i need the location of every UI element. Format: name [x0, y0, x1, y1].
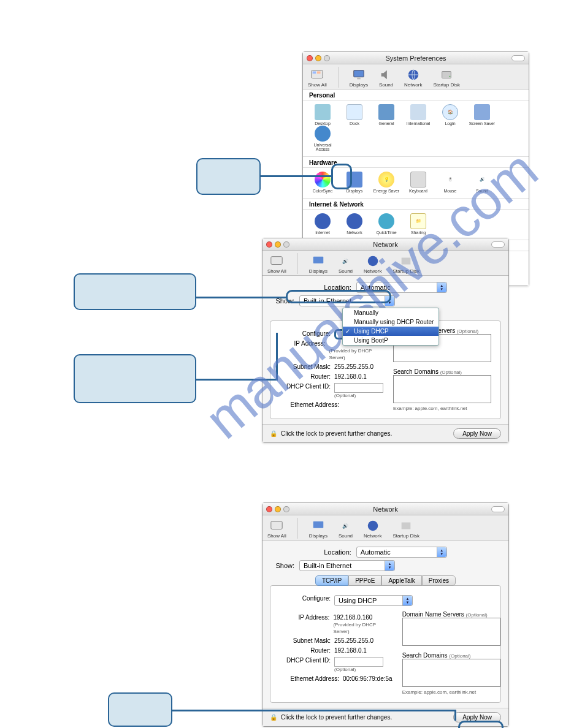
tool-startup-disk[interactable]: Startup Disk [393, 519, 419, 539]
location-select[interactable]: Automatic▲▼ [356, 547, 447, 558]
menu-opt-manually[interactable]: Manually [343, 308, 439, 317]
lock-row[interactable]: 🔒 Click the lock to prevent further chan… [270, 430, 392, 437]
callout-4-line-v [454, 710, 456, 721]
menu-opt-bootp[interactable]: Using BootP [343, 336, 439, 345]
pref-keyboard[interactable]: Keyboard [402, 172, 434, 193]
tool-label: Startup Disk [433, 82, 460, 88]
pref-sound-h[interactable]: 🔊Sound [466, 172, 498, 193]
pref-label: Internet [315, 230, 330, 235]
pref-international[interactable]: International [402, 104, 434, 126]
titlebar: Network [262, 238, 508, 251]
tab-tcpip[interactable]: TCP/IP [315, 575, 348, 586]
lock-row[interactable]: 🔒 Click the lock to prevent further chan… [270, 714, 392, 721]
tool-displays[interactable]: Displays [350, 68, 368, 88]
pref-screen-saver[interactable]: Screen Saver [466, 104, 498, 126]
apply-now-button[interactable]: Apply Now [453, 428, 501, 439]
tool-network[interactable]: Network [404, 68, 422, 88]
pref-label: ColorSync [313, 189, 332, 193]
pref-label: Universal Access [313, 143, 331, 151]
subnet-value: 255.255.255.0 [334, 363, 373, 370]
dns-input[interactable] [402, 618, 500, 646]
tool-network[interactable]: Network [364, 519, 381, 539]
chevron-updown-icon: ▲▼ [437, 547, 446, 557]
pref-dock[interactable]: Dock [339, 104, 370, 126]
optional-label: (Optional) [466, 612, 488, 618]
tab-pppoe[interactable]: PPPoE [348, 575, 381, 586]
callout-4-line [172, 710, 454, 711]
tool-network[interactable]: Network [364, 254, 381, 274]
pref-label: Energy Saver [373, 189, 399, 193]
pref-network[interactable]: Network [339, 213, 370, 235]
tool-label: Startup Disk [393, 533, 419, 539]
pref-login[interactable]: 🏠Login [434, 104, 466, 126]
titlebar: Network [262, 503, 508, 515]
search-domains-input[interactable] [402, 659, 500, 687]
select-value: Using DHCP [339, 597, 377, 604]
svg-rect-9 [313, 257, 324, 264]
search-domains-input[interactable] [393, 375, 491, 403]
pref-sharing[interactable]: 📁Sharing [402, 213, 434, 235]
pref-label: Sharing [411, 230, 426, 235]
svg-point-7 [450, 76, 451, 77]
toolbar-pill-icon[interactable] [491, 506, 505, 512]
tab-proxies[interactable]: Proxies [422, 575, 456, 586]
tab-appletalk[interactable]: AppleTalk [381, 575, 421, 586]
pref-label: QuickTime [376, 230, 396, 235]
footer: 🔒 Click the lock to prevent further chan… [262, 424, 508, 442]
svg-rect-2 [317, 72, 321, 74]
lock-icon: 🔒 [270, 430, 277, 437]
callout-2 [74, 273, 196, 310]
pref-label: Login [445, 121, 455, 126]
pref-mouse[interactable]: 🖱️Mouse [434, 172, 466, 193]
tool-displays[interactable]: Displays [309, 519, 327, 539]
toolbar-pill-icon[interactable] [511, 55, 525, 61]
callout-4 [108, 692, 172, 727]
tool-displays[interactable]: Displays [309, 254, 327, 274]
dhcp-client-id-input[interactable] [334, 383, 383, 393]
optional-label: (Optional) [449, 653, 470, 659]
configure-select[interactable]: Using DHCP▲▼ [334, 595, 413, 606]
separator [338, 67, 339, 88]
tool-sound[interactable]: 🔊Sound [339, 519, 353, 539]
tool-startup-disk[interactable]: Startup Disk [433, 68, 460, 88]
pref-general[interactable]: General [370, 104, 402, 126]
example-text: Example: apple.com, earthlink.net [402, 689, 500, 695]
pref-label: Mouse [443, 189, 456, 193]
pref-desktop[interactable]: Desktop [307, 104, 339, 126]
router-value: 192.168.0.1 [334, 373, 367, 380]
tool-show-all[interactable]: Show All [267, 519, 286, 539]
tool-show-all[interactable]: Show All [267, 254, 286, 274]
chevron-updown-icon: ▲▼ [385, 561, 394, 571]
tool-startup-disk[interactable]: Startup Disk [393, 254, 419, 274]
titlebar: System Preferences [303, 52, 529, 64]
chevron-updown-icon: ▲▼ [402, 596, 412, 605]
network-body: Location: Automatic▲▼ Show: Built-in Eth… [262, 540, 508, 708]
pref-energy-saver[interactable]: 💡Energy Saver [370, 172, 402, 193]
pref-universal-access[interactable]: Universal Access [307, 126, 339, 151]
toolbar-pill-icon[interactable] [491, 241, 505, 248]
highlight-network-icon [331, 164, 352, 189]
router-value: 192.168.0.1 [334, 647, 367, 654]
menu-opt-manual-dhcp[interactable]: Manually using DHCP Router [343, 317, 439, 327]
tool-sound[interactable]: Sound [379, 68, 393, 88]
menu-opt-using-dhcp[interactable]: Using DHCP [343, 327, 439, 336]
section-internet: Internet & Network [303, 199, 529, 210]
tool-label: Sound [339, 533, 353, 539]
toolbar: Show All Displays 🔊Sound Network Startup… [262, 515, 508, 540]
tool-show-all[interactable]: Show All [308, 68, 327, 88]
grid-personal: Desktop Dock General International 🏠Logi… [303, 100, 529, 157]
pref-internet[interactable]: Internet [307, 213, 339, 235]
tool-label: Network [364, 268, 381, 274]
dhcp-client-id-input[interactable] [334, 657, 383, 667]
pref-quicktime[interactable]: QuickTime [370, 213, 402, 235]
show-select[interactable]: Built-in Ethernet▲▼ [299, 560, 395, 571]
select-value: Automatic [361, 548, 391, 556]
tool-label: Displays [309, 268, 327, 274]
router-label: Router: [278, 647, 331, 654]
ethernet-label: Ethernet Address: [278, 675, 339, 682]
ethernet-value: 00:06:96:79:de:5a [343, 675, 393, 682]
tool-label: Show All [267, 533, 286, 539]
dhcp-label: DHCP Client ID: [278, 657, 331, 664]
tool-label: Displays [350, 82, 368, 88]
tool-sound[interactable]: 🔊Sound [339, 254, 353, 274]
